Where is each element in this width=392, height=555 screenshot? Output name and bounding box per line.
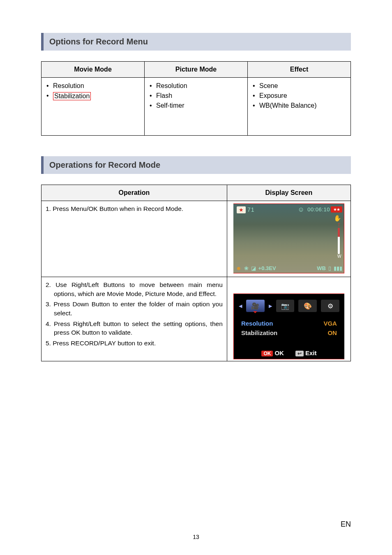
camera-screen-record: ★ 71 ☺ 00:06:10 ★★ ✋ T W ☻ ❀ xyxy=(233,204,344,273)
cell-operation-1: 1. Press Menu/OK Button when in Record M… xyxy=(42,201,227,277)
step-5: 5. Press RECORD/PLAY button to exit. xyxy=(46,339,223,348)
video-icon: 🎥 xyxy=(251,302,259,310)
exit-label: Exit xyxy=(305,349,317,356)
language-indicator: EN xyxy=(341,520,351,529)
menu-label: Resolution xyxy=(241,320,273,327)
cell-effect: Scene Exposure WB(White Balance) xyxy=(248,78,351,136)
tab-settings: ⚙ xyxy=(321,300,339,312)
zoom-indicator: T W xyxy=(337,224,341,260)
options-table: Movie Mode Picture Mode Effect Resolutio… xyxy=(41,61,351,136)
highlighted-option: Stabilization xyxy=(53,92,91,100)
battery-icon: ▮▮▮ xyxy=(334,265,342,271)
menu-row-stabilization: Stabilization ON xyxy=(241,328,337,338)
menu-value: ON xyxy=(327,329,337,336)
list-item: Flash xyxy=(149,91,243,101)
tab-effect: 🎨 xyxy=(298,300,317,312)
ev-value: +0.3EV xyxy=(258,265,276,271)
menu-row-resolution: Resolution VGA xyxy=(241,319,337,328)
section-options-title: Options for Record Menu xyxy=(41,33,351,51)
step-1: 1. Press Menu/OK Button when in Record M… xyxy=(46,204,223,213)
list-item: Scene xyxy=(252,81,346,91)
face-detect-icon: ☺ xyxy=(298,206,304,213)
list-item: Stabilization xyxy=(46,91,140,102)
palette-icon: 🎨 xyxy=(304,302,312,310)
cell-display-1: ★ 71 ☺ 00:06:10 ★★ ✋ T W ☻ ❀ xyxy=(227,201,350,277)
exposure-icon: ◪ xyxy=(251,265,256,271)
chevron-left-icon: ◀ xyxy=(239,303,242,309)
list-item: Self-timer xyxy=(149,101,243,111)
chevron-right-icon: ▶ xyxy=(269,303,272,309)
page-number: 13 xyxy=(193,534,199,540)
exit-pill-icon: ↩ xyxy=(295,351,304,356)
col-operation: Operation xyxy=(42,185,227,201)
section-operations-title: Operations for Record Mode xyxy=(41,156,351,174)
cell-movie-mode: Resolution Stabilization xyxy=(42,78,145,136)
quality-badge: ★★ xyxy=(331,206,342,213)
col-display-screen: Display Screen xyxy=(227,185,350,201)
step-3: 3. Press Down Button to enter the folder… xyxy=(46,300,223,317)
list-item: WB(White Balance) xyxy=(252,101,346,111)
zoom-wide-label: W xyxy=(337,255,341,258)
cell-picture-mode: Resolution Flash Self-timer xyxy=(145,78,248,136)
wb-label: WB xyxy=(317,265,326,271)
star-badge-icon: ★ xyxy=(237,206,246,213)
cell-display-2: ◀ 🎥 ▶ 📷 🎨 ⚙ Resolution VGA xyxy=(227,277,350,361)
list-item: Exposure xyxy=(252,91,346,101)
col-effect: Effect xyxy=(248,62,351,78)
col-picture-mode: Picture Mode xyxy=(145,62,248,78)
list-item: Resolution xyxy=(46,81,140,91)
gear-icon: ⚙ xyxy=(327,302,333,310)
tab-movie-mode: 🎥 xyxy=(246,300,265,312)
zoom-tele-label: T xyxy=(337,224,341,227)
stabilization-icon: ✋ xyxy=(334,215,341,222)
step-4: 4. Press Right/Left button to select the… xyxy=(46,319,223,337)
cell-operation-2: 2. Use Right/Left Buttons to move betwee… xyxy=(42,277,227,361)
col-movie-mode: Movie Mode xyxy=(42,62,145,78)
step-2: 2. Use Right/Left Buttons to move betwee… xyxy=(46,280,223,298)
card-icon: ▯ xyxy=(328,265,331,271)
ok-label: OK xyxy=(274,349,284,356)
tab-picture-mode: 📷 xyxy=(276,300,295,312)
list-item: Resolution xyxy=(149,81,243,91)
footer-ok: OKOK xyxy=(261,349,284,356)
footer-exit: ↩Exit xyxy=(295,349,317,356)
time-remaining: 00:06:10 xyxy=(307,206,330,213)
camera-icon: 📷 xyxy=(281,302,289,310)
ok-pill: OK xyxy=(261,351,273,356)
menu-value: VGA xyxy=(323,320,337,327)
zoom-track xyxy=(338,228,340,254)
photo-count: 71 xyxy=(247,206,255,213)
camera-screen-menu: ◀ 🎥 ▶ 📷 🎨 ⚙ Resolution VGA xyxy=(233,294,344,359)
operations-table: Operation Display Screen 1. Press Menu/O… xyxy=(41,185,351,361)
menu-label: Stabilization xyxy=(241,329,277,336)
macro-icon: ❀ xyxy=(244,265,249,271)
face-icon: ☻ xyxy=(236,265,242,271)
